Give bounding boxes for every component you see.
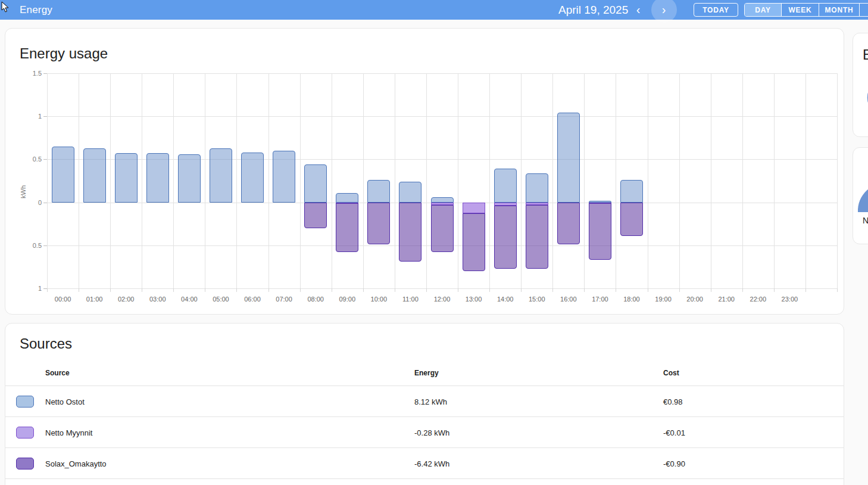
x-tick-mark	[742, 288, 743, 292]
app-bar: Energy April 19, 2025 ‹ › TODAY DAYWEEKM…	[0, 0, 868, 20]
energy-value: -0.28 kWh	[414, 428, 449, 437]
x-tick-mark	[552, 288, 553, 292]
y-tick-label: 0.5	[33, 242, 42, 249]
chart-plot[interactable]: 1.510.500.5100:0001:0002:0003:0004:0005:…	[47, 73, 837, 288]
segment-day[interactable]: DAY	[745, 4, 782, 16]
bar-solax-omakaytto-16:00[interactable]	[557, 203, 580, 245]
bar-netto-ostot-06:00[interactable]	[241, 153, 264, 203]
x-tick-mark	[110, 288, 111, 292]
v-gridline	[268, 73, 269, 288]
v-gridline	[742, 73, 743, 288]
mouse-cursor-icon	[1, 1, 10, 13]
v-gridline	[79, 73, 79, 288]
bar-solax-omakaytto-08:00[interactable]	[304, 203, 327, 228]
source-name: Solax_Omakaytto	[45, 459, 107, 468]
h-gridline	[47, 73, 837, 74]
today-button[interactable]: TODAY	[694, 3, 738, 17]
x-tick-mark	[837, 288, 838, 292]
v-gridline	[458, 73, 458, 288]
x-tick-mark	[236, 288, 237, 292]
chevron-right-icon[interactable]: ›	[657, 0, 671, 20]
x-tick-mark	[173, 288, 174, 292]
bar-solax-omakaytto-10:00[interactable]	[367, 203, 390, 245]
bar-netto-ostot-14:00[interactable]	[494, 169, 517, 202]
card-title-clipped: E	[863, 46, 868, 63]
segment-clipped[interactable]	[860, 4, 868, 16]
bar-netto-ostot-07:00[interactable]	[273, 151, 295, 203]
bar-netto-ostot-15:00[interactable]	[526, 173, 548, 203]
bar-netto-myynnit-13:00[interactable]	[463, 203, 485, 214]
v-gridline	[552, 73, 553, 288]
bar-netto-ostot-02:00[interactable]	[115, 153, 138, 202]
bar-solax-omakaytto-11:00[interactable]	[399, 203, 421, 262]
v-gridline	[584, 73, 585, 288]
column-header-source: Source	[45, 369, 70, 377]
bar-solax-omakaytto-12:00[interactable]	[431, 205, 454, 252]
sources-table: SourceEnergyCostNetto Ostot8.12 kWh€0.98…	[5, 360, 844, 479]
y-tick-label: 1	[38, 113, 42, 120]
x-tick-mark	[648, 288, 648, 292]
bar-netto-ostot-18:00[interactable]	[620, 180, 643, 203]
cost-value: -€0.01	[663, 428, 685, 437]
h-gridline	[47, 288, 837, 289]
x-tick-label: 05:00	[213, 296, 229, 303]
bar-netto-ostot-05:00[interactable]	[210, 148, 232, 203]
bar-netto-ostot-12:00[interactable]	[431, 197, 454, 203]
source-name: Netto Ostot	[45, 397, 85, 406]
x-tick-mark	[363, 288, 364, 292]
bar-solax-omakaytto-09:00[interactable]	[336, 203, 358, 252]
x-tick-label: 07:00	[276, 296, 292, 303]
x-tick-mark	[584, 288, 585, 292]
y-tick-label: 0.5	[33, 156, 42, 163]
bar-netto-ostot-04:00[interactable]	[178, 154, 201, 203]
bar-solax-omakaytto-14:00[interactable]	[494, 206, 517, 268]
bar-netto-ostot-09:00[interactable]	[336, 193, 358, 203]
x-tick-mark	[142, 288, 142, 292]
view-range-segmented-control: DAYWEEKMONTH	[744, 3, 868, 17]
segment-week[interactable]: WEEK	[782, 4, 819, 16]
v-gridline	[616, 73, 616, 288]
v-gridline	[711, 73, 711, 288]
bar-netto-ostot-08:00[interactable]	[304, 164, 327, 203]
x-tick-label: 11:00	[402, 296, 419, 303]
bar-netto-ostot-16:00[interactable]	[557, 113, 580, 202]
x-tick-label: 19:00	[655, 296, 672, 303]
chevron-left-icon[interactable]: ‹	[631, 0, 645, 20]
bar-solax-omakaytto-18:00[interactable]	[620, 203, 643, 236]
cost-value: €0.98	[663, 397, 683, 406]
bar-netto-ostot-11:00[interactable]	[399, 182, 421, 203]
v-gridline	[300, 73, 301, 288]
x-tick-mark	[47, 288, 48, 292]
bar-solax-omakaytto-17:00[interactable]	[589, 203, 611, 260]
y-axis-label: kWh	[20, 185, 27, 198]
x-tick-label: 03:00	[149, 296, 166, 303]
v-gridline	[363, 73, 364, 288]
bar-solax-omakaytto-15:00[interactable]	[526, 205, 548, 269]
sources-card: Sources SourceEnergyCostNetto Ostot8.12 …	[5, 323, 844, 485]
table-row: Netto Ostot8.12 kWh€0.98	[5, 386, 844, 417]
x-tick-mark	[426, 288, 427, 292]
x-tick-label: 10:00	[371, 296, 388, 303]
bar-netto-ostot-03:00[interactable]	[146, 153, 169, 202]
energy-flow-circle-icon	[859, 76, 868, 124]
v-gridline	[395, 73, 395, 288]
energy-usage-card: Energy usage kWh 1.510.500.5100:0001:000…	[5, 28, 844, 315]
bar-solax-omakaytto-13:00[interactable]	[463, 213, 485, 271]
x-tick-label: 02:00	[118, 296, 135, 303]
bar-netto-ostot-00:00[interactable]	[52, 147, 74, 203]
x-tick-label: 15:00	[529, 296, 545, 303]
segment-month[interactable]: MONTH	[819, 4, 860, 16]
energy-value: -6.42 kWh	[414, 459, 449, 468]
v-gridline	[332, 73, 332, 288]
source-name: Netto Myynnit	[45, 428, 92, 437]
bar-netto-ostot-10:00[interactable]	[367, 180, 390, 203]
bar-netto-ostot-01:00[interactable]	[83, 148, 106, 203]
table-row: Solax_Omakaytto-6.42 kWh-€0.90	[5, 448, 844, 479]
v-gridline	[648, 73, 648, 288]
date-label: April 19, 2025	[558, 0, 628, 20]
x-tick-mark	[332, 288, 332, 292]
x-tick-label: 14:00	[497, 296, 514, 303]
v-gridline	[521, 73, 522, 288]
x-tick-label: 20:00	[686, 296, 703, 303]
sources-title: Sources	[20, 335, 72, 352]
